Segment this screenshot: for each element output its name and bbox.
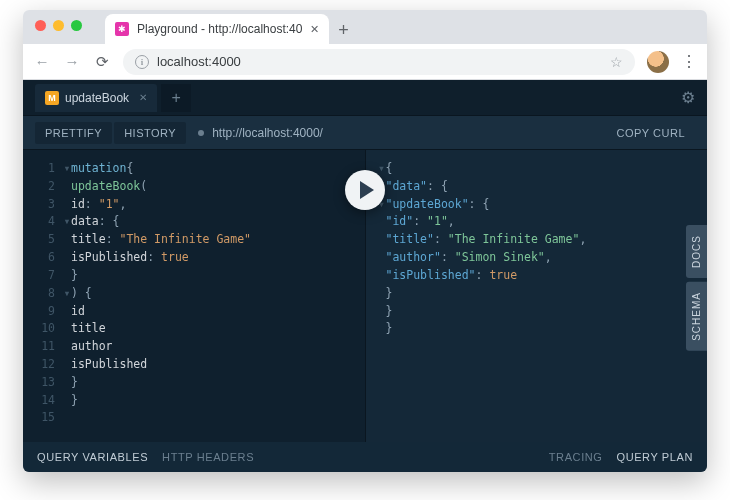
tab-close-icon[interactable]: ✕: [310, 23, 319, 36]
new-tab-button[interactable]: +: [329, 16, 357, 44]
side-tabs: DOCS SCHEMA: [686, 225, 707, 351]
close-icon[interactable]: [35, 20, 46, 31]
playground-tab-bar: M updateBook ✕ + ⚙: [23, 80, 707, 116]
docs-tab[interactable]: DOCS: [686, 225, 707, 278]
playground-new-tab-button[interactable]: +: [161, 84, 191, 112]
site-info-icon[interactable]: i: [135, 55, 149, 69]
http-headers-tab[interactable]: HTTP HEADERS: [162, 451, 254, 463]
minimize-icon[interactable]: [53, 20, 64, 31]
window-controls: [35, 20, 82, 31]
graphql-playground: M updateBook ✕ + ⚙ PRETTIFY HISTORY http…: [23, 80, 707, 472]
query-variables-tab[interactable]: QUERY VARIABLES: [37, 451, 148, 463]
profile-avatar-icon[interactable]: [647, 51, 669, 73]
browser-tab[interactable]: ✱ Playground - http://localhost:40 ✕: [105, 14, 329, 44]
execute-button[interactable]: [345, 170, 385, 210]
browser-window: ✱ Playground - http://localhost:40 ✕ + ←…: [23, 10, 707, 472]
editor-panes: 1▾ mutation {2 updateBook(3 id: "1",4▾ d…: [23, 150, 707, 442]
forward-button[interactable]: →: [63, 53, 81, 70]
prettify-button[interactable]: PRETTIFY: [35, 122, 112, 144]
query-plan-tab[interactable]: QUERY PLAN: [616, 451, 693, 463]
settings-gear-icon[interactable]: ⚙: [681, 88, 695, 107]
address-bar[interactable]: i localhost:4000 ☆: [123, 49, 635, 75]
playground-toolbar: PRETTIFY HISTORY http://localhost:4000/ …: [23, 116, 707, 150]
query-editor[interactable]: 1▾ mutation {2 updateBook(3 id: "1",4▾ d…: [23, 150, 365, 442]
graphql-favicon-icon: ✱: [115, 22, 129, 36]
reload-button[interactable]: ⟳: [93, 53, 111, 71]
back-button[interactable]: ←: [33, 53, 51, 70]
url-text: localhost:4000: [157, 54, 241, 69]
endpoint-status-icon: [198, 130, 204, 136]
maximize-icon[interactable]: [71, 20, 82, 31]
playground-tab-label: updateBook: [65, 91, 129, 105]
play-icon: [360, 181, 374, 199]
browser-tab-title: Playground - http://localhost:40: [137, 22, 302, 36]
mutation-badge-icon: M: [45, 91, 59, 105]
endpoint-url: http://localhost:4000/: [212, 126, 323, 140]
playground-tab-close-icon[interactable]: ✕: [139, 92, 147, 103]
playground-footer: QUERY VARIABLES HTTP HEADERS TRACING QUE…: [23, 442, 707, 472]
bookmark-star-icon[interactable]: ☆: [610, 54, 623, 70]
playground-tab[interactable]: M updateBook ✕: [35, 84, 157, 112]
endpoint-field[interactable]: http://localhost:4000/: [198, 126, 604, 140]
schema-tab[interactable]: SCHEMA: [686, 282, 707, 351]
chrome-toolbar: ← → ⟳ i localhost:4000 ☆ ⋮: [23, 44, 707, 80]
tracing-tab[interactable]: TRACING: [549, 451, 603, 463]
chrome-menu-icon[interactable]: ⋮: [681, 52, 697, 71]
copy-curl-button[interactable]: COPY CURL: [607, 122, 695, 144]
chrome-tab-strip: ✱ Playground - http://localhost:40 ✕ +: [23, 10, 707, 44]
history-button[interactable]: HISTORY: [114, 122, 186, 144]
response-viewer: ▾ { "data": {▾ "updateBook": { "id": "1"…: [365, 150, 708, 442]
